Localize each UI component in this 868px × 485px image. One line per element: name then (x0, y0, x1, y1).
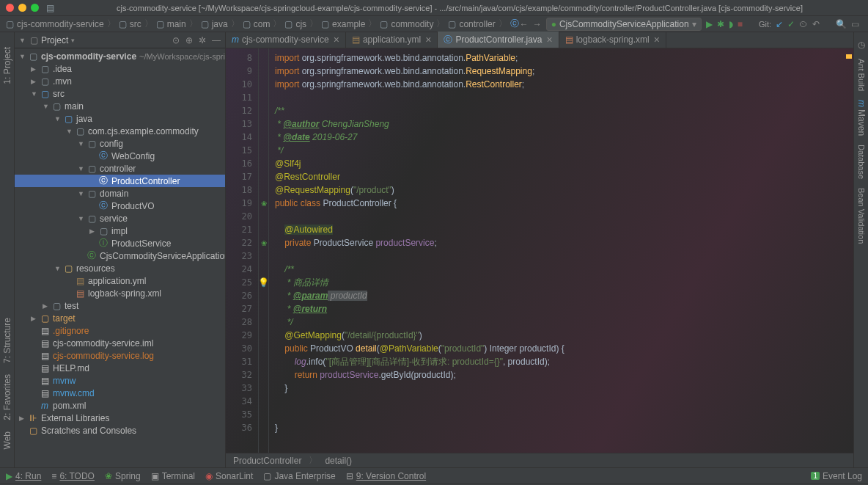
close-icon[interactable]: × (425, 34, 431, 45)
tree-item[interactable]: ▤mvnw.cmd (15, 387, 225, 399)
breadcrumb-item[interactable]: ▢commodity (380, 19, 433, 29)
sonar-tool-tab[interactable]: ◉SonarLint (205, 471, 253, 481)
spring-icon[interactable]: ❀ (261, 239, 267, 247)
tree-item[interactable]: ▼▢com.cjs.example.commodity (15, 125, 225, 137)
maximize-icon[interactable] (31, 4, 39, 12)
tree-item[interactable]: ▶▢impl (15, 225, 225, 237)
breadcrumb-item[interactable]: ▢com (243, 19, 271, 29)
lightbulb-icon[interactable]: 💡 (258, 277, 269, 288)
close-icon[interactable]: × (334, 34, 339, 45)
history-icon[interactable]: ⏲ (799, 19, 808, 29)
hide-icon[interactable]: — (212, 35, 221, 45)
breadcrumb-item[interactable]: ▢cjs-commodity-service (6, 19, 104, 29)
editor-tab[interactable]: mcjs-commodity-service× (226, 32, 346, 48)
run-configuration[interactable]: ●CjsCommodityServiceApplication▾ (546, 18, 702, 31)
tree-item[interactable]: mpom.xml (15, 399, 225, 412)
breadcrumb-item[interactable]: ▢src (119, 19, 141, 29)
tree-item[interactable]: ▤HELP.md (15, 362, 225, 374)
tree-item[interactable]: ▤cjs-commodity-service.log (15, 349, 225, 362)
chevron-down-icon[interactable]: ▼ (19, 37, 26, 44)
breadcrumb-item[interactable]: ▢controller (448, 19, 495, 29)
window-title: cjs-commodity-service [~/MyWorkspace/cjs… (57, 4, 862, 12)
tree-item[interactable]: ▼▢src (15, 87, 225, 100)
close-icon[interactable]: × (654, 34, 660, 45)
tree-item[interactable]: ▶▢test (15, 299, 225, 312)
tree-item[interactable]: ▼▢resources (15, 262, 225, 274)
back-icon[interactable]: ← (520, 19, 529, 29)
project-tool-tab[interactable]: 1: Project (2, 47, 12, 84)
structure-tool-tab[interactable]: 7: Structure (2, 318, 12, 363)
spring-icon[interactable]: ❀ (261, 200, 267, 208)
tree-item[interactable]: ▼▢main (15, 100, 225, 112)
editor-tab[interactable]: ▤logback-spring.xml× (559, 32, 666, 48)
bean-tool-tab[interactable]: Bean Validation (857, 188, 866, 244)
gear-icon[interactable]: ✲ (199, 35, 206, 45)
scrollbar[interactable] (846, 48, 853, 453)
editor-tab-active[interactable]: ⓒProductController.java× (438, 32, 559, 48)
toolbar-right: ← → ●CjsCommodityServiceApplication▾ ▶ ✱… (520, 18, 862, 31)
breadcrumb-item[interactable]: ▢cjs (284, 19, 306, 29)
breadcrumb-item[interactable]: ▢main (156, 19, 186, 29)
tree-item[interactable]: ▤application.yml (15, 274, 225, 287)
breadcrumb-item[interactable]: ▢example (321, 19, 365, 29)
favorites-tool-tab[interactable]: 2: Favorites (2, 374, 12, 420)
breadcrumb-item[interactable]: ProductController (233, 456, 301, 466)
tree-item[interactable]: ▤logback-spring.xml (15, 287, 225, 299)
commit-icon[interactable]: ✓ (787, 19, 795, 29)
close-icon[interactable] (6, 4, 14, 12)
minimize-icon[interactable] (18, 4, 26, 12)
tree-item-selected[interactable]: ⓒProductController (15, 175, 225, 187)
tree-item[interactable]: ▶▢target (15, 312, 225, 324)
tree-item[interactable]: ▼▢domain (15, 187, 225, 200)
close-icon[interactable]: × (547, 34, 553, 45)
todo-tool-tab[interactable]: ≡6: TODO (51, 471, 95, 481)
editor-area: mcjs-commodity-service× ▤application.yml… (226, 32, 853, 467)
vcs-tool-tab[interactable]: ⊟9: Version Control (346, 471, 426, 481)
hierarchy-icon[interactable]: ▭ (851, 19, 859, 29)
terminal-tool-tab[interactable]: ▣Terminal (151, 471, 195, 481)
gauge-icon[interactable]: ◷ (858, 40, 865, 50)
maven-tool-tab[interactable]: m Maven (856, 100, 867, 136)
tree-item[interactable]: ▼▢java (15, 112, 225, 125)
editor-body[interactable]: 891011 12131415 16171819 20212223 242526… (226, 48, 853, 453)
tree-item[interactable]: ⒾProductService (15, 237, 225, 249)
run-tool-tab[interactable]: ▶4: Run (6, 471, 41, 481)
tree-item[interactable]: ▼▢config (15, 137, 225, 150)
javaee-tool-tab[interactable]: ▢Java Enterprise (263, 471, 335, 481)
tree-item[interactable]: ▤.gitignore (15, 324, 225, 337)
tree-item[interactable]: ⓒCjsCommodityServiceApplication (15, 249, 225, 262)
event-log-tab[interactable]: 1Event Log (811, 471, 862, 481)
tree-item[interactable]: ▶▢.idea (15, 62, 225, 75)
breadcrumb-item[interactable]: ⓒProductController (510, 18, 520, 30)
ant-tool-tab[interactable]: Ant Build (857, 59, 866, 91)
tree-item[interactable]: ⓒProductVO (15, 200, 225, 212)
spring-tool-tab[interactable]: ❀Spring (105, 471, 141, 481)
tree-item[interactable]: ▼▢controller (15, 162, 225, 175)
editor-tab[interactable]: ▤application.yml× (346, 32, 438, 48)
database-tool-tab[interactable]: Database (857, 145, 866, 179)
coverage-icon[interactable]: ◗ (729, 19, 733, 29)
tree-item[interactable]: ▶⊪External Libraries (15, 412, 225, 424)
update-icon[interactable]: ↙ (776, 19, 783, 29)
tree-root[interactable]: ▼▢cjs-commodity-service~/MyWorkspace/cjs… (15, 50, 225, 62)
panel-title[interactable]: ▢Project▾ (30, 35, 75, 45)
search-icon[interactable]: 🔍 (836, 19, 847, 29)
web-tool-tab[interactable]: Web (2, 431, 12, 449)
expand-icon[interactable]: ⊕ (185, 35, 193, 45)
tree-item[interactable]: ▼▢service (15, 212, 225, 225)
tree-item[interactable]: ▤cjs-commodity-service.iml (15, 337, 225, 349)
select-opened-icon[interactable]: ⊙ (172, 35, 180, 45)
forward-icon[interactable]: → (533, 19, 542, 29)
debug-icon[interactable]: ✱ (717, 19, 724, 29)
tree-item[interactable]: ⓒWebConfig (15, 150, 225, 162)
tree-item[interactable]: ▢Scratches and Consoles (15, 424, 225, 437)
tree-item[interactable]: ▶▢.mvn (15, 75, 225, 87)
breadcrumb-item[interactable]: detail() (325, 456, 352, 466)
project-tree[interactable]: ▼▢cjs-commodity-service~/MyWorkspace/cjs… (15, 48, 225, 467)
breadcrumb-item[interactable]: ▢java (201, 19, 228, 29)
tree-item[interactable]: ▤mvnw (15, 374, 225, 387)
run-icon[interactable]: ▶ (706, 19, 713, 29)
stop-icon[interactable]: ■ (738, 19, 743, 29)
code-editor[interactable]: import org.springframework.web.bind.anno… (269, 48, 853, 453)
revert-icon[interactable]: ↶ (812, 19, 820, 29)
